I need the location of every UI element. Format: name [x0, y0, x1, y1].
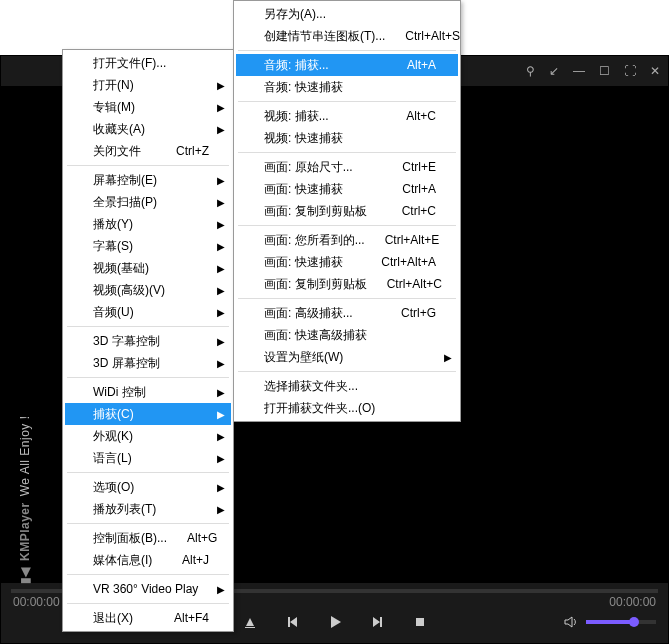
menu-item-label: 控制面板(B)...	[93, 530, 167, 547]
menu-item[interactable]: 退出(X)Alt+F4	[65, 607, 231, 629]
fullscreen-icon[interactable]: ⛶	[624, 64, 636, 78]
menu-item-label: 画面: 您所看到的...	[264, 232, 365, 249]
maximize-icon[interactable]: ☐	[599, 64, 610, 78]
menu-item[interactable]: 画面: 快速捕获Ctrl+Alt+A	[236, 251, 458, 273]
submenu-arrow-icon: ▶	[217, 453, 225, 464]
record-icon[interactable]	[414, 616, 426, 628]
menu-item[interactable]: 字幕(S)▶	[65, 235, 231, 257]
menu-item[interactable]: 语言(L)▶	[65, 447, 231, 469]
play-icon[interactable]	[328, 615, 342, 629]
menu-item-label: 播放(Y)	[93, 216, 133, 233]
menu-item[interactable]: 画面: 快速捕获Ctrl+A	[236, 178, 458, 200]
restore-icon[interactable]: ↙	[549, 64, 559, 78]
menu-item[interactable]: 捕获(C)▶	[65, 403, 231, 425]
menu-item-label: VR 360° Video Play	[93, 582, 198, 596]
menu-item[interactable]: 画面: 复制到剪贴板Ctrl+C	[236, 200, 458, 222]
menu-item-label: 视频(高级)(V)	[93, 282, 165, 299]
menu-item[interactable]: 媒体信息(I)Alt+J	[65, 549, 231, 571]
context-menu-capture[interactable]: 另存为(A)...创建情节串连图板(T)...Ctrl+Alt+S音频: 捕获.…	[233, 0, 461, 422]
menu-item[interactable]: 外观(K)▶	[65, 425, 231, 447]
menu-item-label: 关闭文件	[93, 143, 141, 160]
submenu-arrow-icon: ▶	[217, 584, 225, 595]
submenu-arrow-icon: ▶	[217, 80, 225, 91]
menu-separator	[67, 165, 229, 166]
submenu-arrow-icon: ▶	[217, 102, 225, 113]
menu-item[interactable]: 音频: 快速捕获	[236, 76, 458, 98]
menu-item[interactable]: 控制面板(B)...Alt+G	[65, 527, 231, 549]
stop-icon[interactable]	[244, 616, 256, 628]
menu-separator	[238, 101, 456, 102]
menu-item-label: 设置为壁纸(W)	[264, 349, 343, 366]
menu-separator	[238, 298, 456, 299]
menu-item-label: 选项(O)	[93, 479, 134, 496]
menu-shortcut: Alt+F4	[154, 611, 209, 625]
menu-shortcut: Ctrl+Alt+A	[361, 255, 436, 269]
menu-item[interactable]: 画面: 复制到剪贴板Ctrl+Alt+C	[236, 273, 458, 295]
menu-item[interactable]: 3D 字幕控制▶	[65, 330, 231, 352]
prev-icon[interactable]	[286, 616, 298, 628]
pin-icon[interactable]: ⚲	[526, 64, 535, 78]
menu-shortcut: Ctrl+Z	[156, 144, 209, 158]
menu-separator	[238, 152, 456, 153]
speaker-icon[interactable]	[564, 615, 578, 629]
menu-item[interactable]: 视频: 快速捕获	[236, 127, 458, 149]
menu-item[interactable]: 设置为壁纸(W)▶	[236, 346, 458, 368]
menu-item[interactable]: 创建情节串连图板(T)...Ctrl+Alt+S	[236, 25, 458, 47]
menu-item-label: 全景扫描(P)	[93, 194, 157, 211]
context-menu-main[interactable]: 打开文件(F)...打开(N)▶专辑(M)▶收藏夹(A)▶关闭文件Ctrl+Z屏…	[62, 49, 234, 632]
menu-shortcut: Ctrl+Alt+C	[367, 277, 442, 291]
menu-item-label: 画面: 高级捕获...	[264, 305, 353, 322]
volume-slider[interactable]	[586, 620, 656, 624]
menu-shortcut: Ctrl+E	[382, 160, 436, 174]
menu-item-label: 字幕(S)	[93, 238, 133, 255]
menu-item[interactable]: 视频: 捕获...Alt+C	[236, 105, 458, 127]
menu-item[interactable]: 画面: 快速高级捕获	[236, 324, 458, 346]
menu-item-label: 外观(K)	[93, 428, 133, 445]
menu-item[interactable]: 画面: 高级捕获...Ctrl+G	[236, 302, 458, 324]
submenu-arrow-icon: ▶	[217, 175, 225, 186]
menu-item[interactable]: 3D 屏幕控制▶	[65, 352, 231, 374]
menu-item[interactable]: 画面: 您所看到的...Ctrl+Alt+E	[236, 229, 458, 251]
submenu-arrow-icon: ▶	[217, 358, 225, 369]
menu-item[interactable]: 打开文件(F)...	[65, 52, 231, 74]
menu-item[interactable]: 音频: 捕获...Alt+A	[236, 54, 458, 76]
menu-separator	[238, 50, 456, 51]
menu-shortcut: Alt+J	[162, 553, 209, 567]
menu-item[interactable]: 专辑(M)▶	[65, 96, 231, 118]
submenu-arrow-icon: ▶	[217, 307, 225, 318]
menu-item[interactable]: 收藏夹(A)▶	[65, 118, 231, 140]
menu-item-label: 选择捕获文件夹...	[264, 378, 358, 395]
menu-item-label: 语言(L)	[93, 450, 132, 467]
menu-item[interactable]: 音频(U)▶	[65, 301, 231, 323]
minimize-icon[interactable]: —	[573, 64, 585, 78]
time-total: 00:00:00	[609, 595, 656, 609]
submenu-arrow-icon: ▶	[217, 431, 225, 442]
menu-item[interactable]: 打开捕获文件夹...(O)	[236, 397, 458, 419]
submenu-arrow-icon: ▶	[217, 197, 225, 208]
menu-item[interactable]: 播放(Y)▶	[65, 213, 231, 235]
menu-item[interactable]: 播放列表(T)▶	[65, 498, 231, 520]
menu-item[interactable]: 另存为(A)...	[236, 3, 458, 25]
submenu-arrow-icon: ▶	[217, 285, 225, 296]
close-icon[interactable]: ✕	[650, 64, 660, 78]
menu-item[interactable]: 选择捕获文件夹...	[236, 375, 458, 397]
menu-item[interactable]: 视频(高级)(V)▶	[65, 279, 231, 301]
submenu-arrow-icon: ▶	[217, 504, 225, 515]
menu-item[interactable]: 打开(N)▶	[65, 74, 231, 96]
menu-item[interactable]: 画面: 原始尺寸...Ctrl+E	[236, 156, 458, 178]
menu-item-label: 画面: 复制到剪贴板	[264, 276, 367, 293]
submenu-arrow-icon: ▶	[217, 482, 225, 493]
menu-item[interactable]: 屏幕控制(E)▶	[65, 169, 231, 191]
menu-shortcut: Ctrl+A	[382, 182, 436, 196]
menu-item-label: 画面: 原始尺寸...	[264, 159, 353, 176]
menu-item[interactable]: 全景扫描(P)▶	[65, 191, 231, 213]
menu-item[interactable]: WiDi 控制▶	[65, 381, 231, 403]
menu-item[interactable]: 视频(基础)▶	[65, 257, 231, 279]
menu-item[interactable]: VR 360° Video Play▶	[65, 578, 231, 600]
menu-item-label: 画面: 复制到剪贴板	[264, 203, 367, 220]
menu-item-label: 退出(X)	[93, 610, 133, 627]
menu-item[interactable]: 选项(O)▶	[65, 476, 231, 498]
next-icon[interactable]	[372, 616, 384, 628]
menu-item-label: 3D 屏幕控制	[93, 355, 160, 372]
menu-item[interactable]: 关闭文件Ctrl+Z	[65, 140, 231, 162]
